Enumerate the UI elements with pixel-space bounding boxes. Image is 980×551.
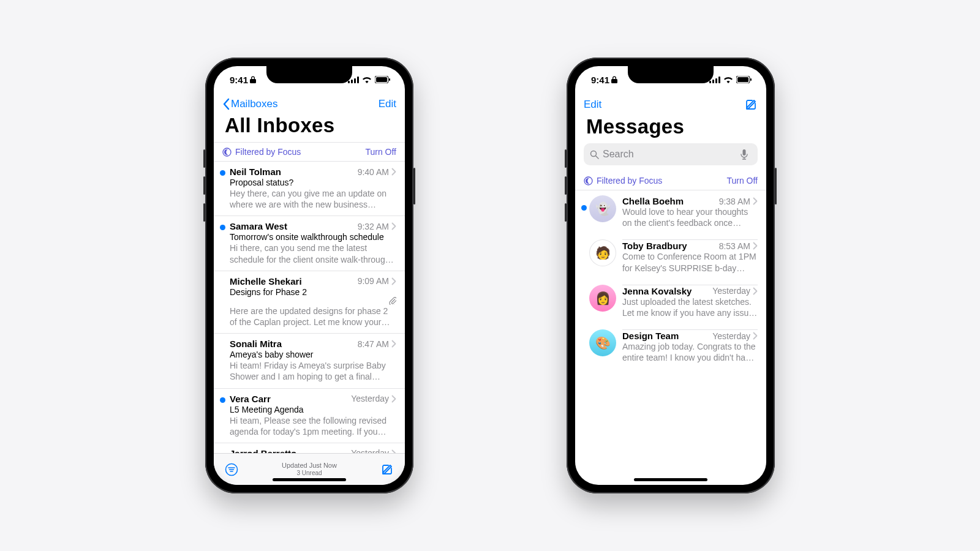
mail-sender: Sonali Mitra bbox=[230, 339, 282, 349]
message-sender: Chella Boehm bbox=[622, 196, 684, 206]
messages-nav: Edit bbox=[575, 93, 766, 115]
mail-sender: Michelle Shekari bbox=[230, 276, 302, 287]
mail-subject: L5 Meeting Agenda bbox=[230, 405, 396, 414]
search-placeholder: Search bbox=[603, 149, 634, 160]
mail-sender: Neil Tolman bbox=[230, 167, 281, 177]
focus-filter-row: Filtered by Focus Turn Off bbox=[214, 142, 405, 162]
mail-item[interactable]: Neil Tolman9:40 AMProposal status?Hey th… bbox=[214, 162, 405, 216]
svg-rect-11 bbox=[715, 78, 717, 83]
edit-button[interactable]: Edit bbox=[379, 98, 396, 110]
message-sender: Toby Bradbury bbox=[622, 241, 687, 251]
svg-rect-10 bbox=[712, 80, 714, 83]
chevron-left-icon bbox=[222, 98, 230, 110]
unread-dot bbox=[581, 205, 587, 211]
message-preview: Amazing job today. Congrats to the entir… bbox=[622, 341, 758, 363]
battery-icon bbox=[375, 76, 390, 83]
updated-label: Updated Just Now bbox=[282, 462, 337, 470]
mail-subject: Tomorrow's onsite walkthrough schedule bbox=[230, 232, 396, 242]
message-time: 9:38 AM bbox=[719, 197, 750, 206]
focus-filter-label: Filtered by Focus bbox=[235, 147, 301, 157]
mail-item[interactable]: Samara West9:32 AMTomorrow's onsite walk… bbox=[214, 216, 405, 271]
chevron-right-icon bbox=[391, 277, 396, 285]
unread-dot bbox=[220, 225, 225, 230]
svg-rect-12 bbox=[718, 77, 720, 83]
svg-rect-14 bbox=[737, 77, 748, 82]
mail-preview: Hi there, can you send me the latest sch… bbox=[230, 242, 396, 264]
status-time: 9:41 bbox=[591, 75, 609, 85]
chevron-right-icon bbox=[391, 168, 396, 176]
mail-preview: Hi team! Friday is Ameya's surprise Baby… bbox=[230, 360, 396, 382]
mail-sender: Jarrod Barretto bbox=[230, 448, 296, 453]
message-time: Yesterday bbox=[712, 286, 750, 296]
unread-count-label: 3 Unread bbox=[282, 470, 337, 477]
mail-list[interactable]: Neil Tolman9:40 AMProposal status?Hey th… bbox=[214, 162, 405, 453]
mail-preview: Hey there, can you give me an update on … bbox=[230, 188, 396, 210]
svg-point-16 bbox=[591, 151, 597, 156]
unread-dot bbox=[581, 339, 587, 345]
message-item[interactable]: 🎨Design TeamYesterdayAmazing job today. … bbox=[575, 324, 766, 369]
phone-frame-messages: 9:41 Edit Mes bbox=[567, 58, 775, 493]
svg-rect-1 bbox=[351, 80, 353, 83]
mail-time: 8:47 AM bbox=[358, 339, 389, 349]
chevron-right-icon bbox=[753, 332, 758, 340]
mail-subject: Proposal status? bbox=[230, 178, 396, 187]
lock-icon bbox=[250, 76, 256, 83]
unread-dot bbox=[220, 397, 225, 403]
notch bbox=[628, 66, 714, 83]
mail-preview: Here are the updated designs for phase 2… bbox=[230, 305, 396, 328]
message-item[interactable]: 🧑Toby Bradbury8:53 AMCome to Conference … bbox=[575, 234, 766, 279]
wifi-icon bbox=[723, 76, 733, 83]
mail-time: 9:40 AM bbox=[358, 167, 389, 177]
message-time: 8:53 AM bbox=[719, 241, 750, 251]
mail-subject: Ameya's baby shower bbox=[230, 350, 396, 359]
search-input[interactable]: Search bbox=[584, 143, 758, 165]
message-item[interactable]: 👻Chella Boehm9:38 AMWould love to hear y… bbox=[575, 190, 766, 234]
mail-time: Yesterday bbox=[351, 394, 389, 403]
mailboxes-back-button[interactable]: Mailboxes bbox=[222, 98, 278, 110]
battery-icon bbox=[736, 76, 752, 83]
svg-line-17 bbox=[596, 156, 598, 159]
avatar: 🧑 bbox=[589, 239, 616, 266]
message-preview: Just uploaded the latest sketches. Let m… bbox=[622, 296, 758, 318]
phone-frame-mail: 9:41 Mai bbox=[205, 58, 413, 493]
message-sender: Design Team bbox=[622, 331, 679, 341]
avatar: 👻 bbox=[589, 195, 616, 222]
edit-button[interactable]: Edit bbox=[584, 99, 601, 111]
status-time: 9:41 bbox=[230, 75, 248, 85]
message-sender: Jenna Kovalsky bbox=[622, 286, 692, 296]
mail-item[interactable]: Sonali Mitra8:47 AMAmeya's baby showerHi… bbox=[214, 334, 405, 388]
mail-sender: Samara West bbox=[230, 221, 287, 231]
message-item[interactable]: 👩Jenna KovalskyYesterdayJust uploaded th… bbox=[575, 280, 766, 324]
compose-button[interactable] bbox=[380, 463, 394, 476]
mail-sender: Vera Carr bbox=[230, 394, 271, 404]
page-title: All Inboxes bbox=[214, 114, 405, 142]
focus-filter-label: Filtered by Focus bbox=[597, 176, 662, 186]
filter-button[interactable] bbox=[225, 463, 238, 476]
home-indicator[interactable] bbox=[273, 478, 346, 481]
attachment-icon bbox=[389, 297, 396, 305]
message-preview: Would love to hear your thoughts on the … bbox=[622, 206, 758, 228]
compose-button[interactable] bbox=[744, 98, 758, 111]
svg-rect-15 bbox=[750, 78, 752, 81]
chevron-right-icon bbox=[391, 340, 396, 348]
mail-item[interactable]: Vera CarrYesterdayL5 Meeting AgendaHi te… bbox=[214, 389, 405, 443]
focus-turn-off-button[interactable]: Turn Off bbox=[726, 176, 758, 186]
lock-icon bbox=[611, 76, 617, 83]
mail-preview: Hi team, Please see the following revise… bbox=[230, 415, 396, 437]
mail-item[interactable]: Jarrod BarrettoYesterdayOrientation Hand… bbox=[214, 443, 405, 453]
svg-rect-6 bbox=[389, 78, 390, 81]
unread-dot bbox=[220, 170, 225, 176]
dictation-icon[interactable] bbox=[741, 149, 752, 160]
messages-list[interactable]: 👻Chella Boehm9:38 AMWould love to hear y… bbox=[575, 190, 766, 485]
mail-item[interactable]: Michelle Shekari9:09 AMDesigns for Phase… bbox=[214, 271, 405, 334]
chevron-right-icon bbox=[391, 222, 396, 230]
focus-turn-off-button[interactable]: Turn Off bbox=[365, 147, 396, 157]
moon-icon bbox=[584, 176, 593, 186]
home-indicator[interactable] bbox=[634, 478, 707, 481]
mail-time: 9:09 AM bbox=[358, 276, 389, 286]
svg-rect-18 bbox=[743, 149, 746, 156]
screen-mail: 9:41 Mai bbox=[214, 66, 405, 485]
svg-rect-3 bbox=[357, 77, 359, 83]
unread-dot bbox=[581, 294, 587, 300]
svg-rect-9 bbox=[709, 81, 711, 83]
